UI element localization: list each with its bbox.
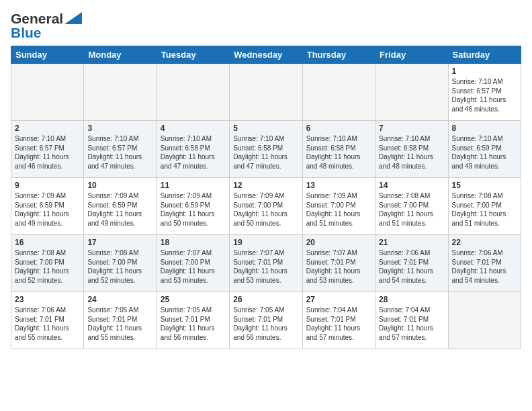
day-info: Sunrise: 7:09 AM Sunset: 7:00 PM Dayligh… (233, 191, 298, 228)
day-info: Sunrise: 7:09 AM Sunset: 6:59 PM Dayligh… (15, 191, 80, 228)
calendar-cell: 4Sunrise: 7:10 AM Sunset: 6:58 PM Daylig… (157, 121, 229, 178)
day-number: 10 (87, 181, 152, 190)
day-number: 17 (87, 238, 152, 247)
calendar-cell: 10Sunrise: 7:09 AM Sunset: 6:59 PM Dayli… (84, 178, 157, 235)
calendar-cell: 12Sunrise: 7:09 AM Sunset: 7:00 PM Dayli… (230, 178, 302, 235)
calendar-cell: 27Sunrise: 7:04 AM Sunset: 7:01 PM Dayli… (302, 292, 375, 349)
day-number: 20 (306, 238, 371, 247)
day-number: 2 (15, 124, 80, 133)
calendar-cell (302, 64, 375, 121)
day-number: 28 (379, 295, 444, 304)
day-number: 15 (452, 181, 517, 190)
day-info: Sunrise: 7:10 AM Sunset: 6:59 PM Dayligh… (452, 134, 517, 171)
day-info: Sunrise: 7:10 AM Sunset: 6:57 PM Dayligh… (15, 134, 80, 171)
day-number: 14 (379, 181, 444, 190)
day-info: Sunrise: 7:09 AM Sunset: 7:00 PM Dayligh… (306, 191, 371, 228)
logo: General Blue (11, 11, 82, 40)
day-number: 23 (15, 295, 80, 304)
calendar-cell: 15Sunrise: 7:08 AM Sunset: 7:00 PM Dayli… (448, 178, 521, 235)
calendar-cell: 23Sunrise: 7:06 AM Sunset: 7:01 PM Dayli… (11, 292, 84, 349)
day-info: Sunrise: 7:07 AM Sunset: 7:01 PM Dayligh… (306, 248, 371, 285)
day-info: Sunrise: 7:06 AM Sunset: 7:01 PM Dayligh… (379, 248, 444, 285)
day-number: 26 (233, 295, 298, 304)
calendar-cell: 21Sunrise: 7:06 AM Sunset: 7:01 PM Dayli… (375, 235, 448, 292)
day-info: Sunrise: 7:05 AM Sunset: 7:01 PM Dayligh… (233, 306, 298, 342)
day-number: 8 (452, 124, 517, 133)
day-info: Sunrise: 7:07 AM Sunset: 7:01 PM Dayligh… (233, 248, 298, 285)
logo-icon (64, 12, 82, 24)
calendar-cell: 25Sunrise: 7:05 AM Sunset: 7:01 PM Dayli… (157, 292, 229, 349)
calendar-cell: 20Sunrise: 7:07 AM Sunset: 7:01 PM Dayli… (302, 235, 375, 292)
calendar-cell (230, 64, 302, 121)
calendar-cell: 8Sunrise: 7:10 AM Sunset: 6:59 PM Daylig… (448, 121, 521, 178)
calendar-cell: 26Sunrise: 7:05 AM Sunset: 7:01 PM Dayli… (230, 292, 302, 349)
calendar-cell: 3Sunrise: 7:10 AM Sunset: 6:57 PM Daylig… (84, 121, 157, 178)
calendar-week-1: 1Sunrise: 7:10 AM Sunset: 6:57 PM Daylig… (11, 64, 521, 121)
calendar-cell: 22Sunrise: 7:06 AM Sunset: 7:01 PM Dayli… (448, 235, 521, 292)
day-info: Sunrise: 7:10 AM Sunset: 6:58 PM Dayligh… (306, 134, 371, 171)
day-number: 21 (379, 238, 444, 247)
day-number: 24 (87, 295, 152, 304)
day-info: Sunrise: 7:10 AM Sunset: 6:57 PM Dayligh… (87, 134, 152, 171)
day-number: 11 (161, 181, 226, 190)
calendar-cell: 17Sunrise: 7:08 AM Sunset: 7:00 PM Dayli… (84, 235, 157, 292)
day-number: 7 (379, 124, 444, 133)
day-info: Sunrise: 7:08 AM Sunset: 7:00 PM Dayligh… (87, 248, 152, 285)
weekday-header-thursday: Thursday (302, 46, 375, 64)
calendar-cell: 11Sunrise: 7:09 AM Sunset: 6:59 PM Dayli… (157, 178, 229, 235)
day-info: Sunrise: 7:06 AM Sunset: 7:01 PM Dayligh… (452, 248, 517, 285)
calendar-cell: 18Sunrise: 7:07 AM Sunset: 7:00 PM Dayli… (157, 235, 229, 292)
day-number: 16 (15, 238, 80, 247)
day-number: 18 (161, 238, 226, 247)
calendar-cell: 5Sunrise: 7:10 AM Sunset: 6:58 PM Daylig… (230, 121, 302, 178)
day-number: 6 (306, 124, 371, 133)
calendar-cell: 9Sunrise: 7:09 AM Sunset: 6:59 PM Daylig… (11, 178, 84, 235)
calendar-week-2: 2Sunrise: 7:10 AM Sunset: 6:57 PM Daylig… (11, 121, 521, 178)
calendar-cell (375, 64, 448, 121)
calendar-week-4: 16Sunrise: 7:08 AM Sunset: 7:00 PM Dayli… (11, 235, 521, 292)
calendar-cell (84, 64, 157, 121)
calendar-header-row: SundayMondayTuesdayWednesdayThursdayFrid… (11, 46, 521, 64)
day-number: 22 (452, 238, 517, 247)
day-number: 27 (306, 295, 371, 304)
calendar-week-5: 23Sunrise: 7:06 AM Sunset: 7:01 PM Dayli… (11, 292, 521, 349)
day-number: 25 (161, 295, 226, 304)
day-info: Sunrise: 7:04 AM Sunset: 7:01 PM Dayligh… (306, 306, 371, 342)
day-info: Sunrise: 7:08 AM Sunset: 7:00 PM Dayligh… (15, 248, 80, 285)
day-info: Sunrise: 7:09 AM Sunset: 6:59 PM Dayligh… (161, 191, 226, 228)
day-info: Sunrise: 7:10 AM Sunset: 6:58 PM Dayligh… (379, 134, 444, 171)
day-number: 19 (233, 238, 298, 247)
logo-general: General (11, 11, 63, 26)
day-info: Sunrise: 7:06 AM Sunset: 7:01 PM Dayligh… (15, 306, 80, 342)
day-info: Sunrise: 7:08 AM Sunset: 7:00 PM Dayligh… (379, 191, 444, 228)
calendar-week-3: 9Sunrise: 7:09 AM Sunset: 6:59 PM Daylig… (11, 178, 521, 235)
day-info: Sunrise: 7:04 AM Sunset: 7:01 PM Dayligh… (379, 306, 444, 342)
day-info: Sunrise: 7:10 AM Sunset: 6:58 PM Dayligh… (161, 134, 226, 171)
day-info: Sunrise: 7:10 AM Sunset: 6:57 PM Dayligh… (452, 77, 517, 113)
calendar-cell (448, 292, 521, 349)
weekday-header-wednesday: Wednesday (230, 46, 302, 64)
day-info: Sunrise: 7:05 AM Sunset: 7:01 PM Dayligh… (87, 306, 152, 342)
day-info: Sunrise: 7:05 AM Sunset: 7:01 PM Dayligh… (161, 306, 226, 342)
calendar-cell: 16Sunrise: 7:08 AM Sunset: 7:00 PM Dayli… (11, 235, 84, 292)
weekday-header-friday: Friday (375, 46, 448, 64)
calendar-cell: 19Sunrise: 7:07 AM Sunset: 7:01 PM Dayli… (230, 235, 302, 292)
calendar-cell: 6Sunrise: 7:10 AM Sunset: 6:58 PM Daylig… (302, 121, 375, 178)
day-number: 1 (452, 66, 517, 76)
weekday-header-tuesday: Tuesday (157, 46, 229, 64)
day-number: 9 (15, 181, 80, 190)
calendar-cell (157, 64, 229, 121)
calendar-cell: 28Sunrise: 7:04 AM Sunset: 7:01 PM Dayli… (375, 292, 448, 349)
calendar-cell: 2Sunrise: 7:10 AM Sunset: 6:57 PM Daylig… (11, 121, 84, 178)
day-info: Sunrise: 7:09 AM Sunset: 6:59 PM Dayligh… (87, 191, 152, 228)
calendar-cell: 14Sunrise: 7:08 AM Sunset: 7:00 PM Dayli… (375, 178, 448, 235)
calendar-cell: 7Sunrise: 7:10 AM Sunset: 6:58 PM Daylig… (375, 121, 448, 178)
logo-blue: Blue (11, 25, 82, 40)
header: General Blue (11, 11, 521, 40)
weekday-header-sunday: Sunday (11, 46, 84, 64)
calendar-cell: 13Sunrise: 7:09 AM Sunset: 7:00 PM Dayli… (302, 178, 375, 235)
calendar-cell: 24Sunrise: 7:05 AM Sunset: 7:01 PM Dayli… (84, 292, 157, 349)
day-number: 5 (233, 124, 298, 133)
calendar: SundayMondayTuesdayWednesdayThursdayFrid… (11, 46, 521, 349)
day-info: Sunrise: 7:08 AM Sunset: 7:00 PM Dayligh… (452, 191, 517, 228)
